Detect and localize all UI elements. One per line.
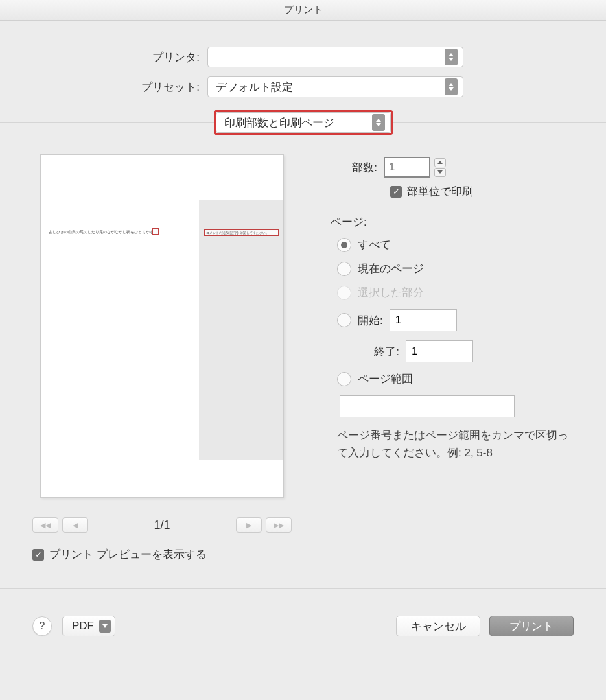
preview-comment-mark <box>152 228 159 235</box>
window-title: プリント <box>284 4 323 16</box>
first-page-button[interactable]: ◀◀ <box>32 517 58 533</box>
window-titlebar: プリント <box>0 0 606 21</box>
copies-label: 部数: <box>331 160 384 175</box>
copies-step-down[interactable] <box>434 168 446 177</box>
preset-value: デフォルト設定 <box>216 80 293 95</box>
section-select-highlight: 印刷部数と印刷ページ <box>214 110 393 135</box>
copies-input[interactable] <box>384 157 430 178</box>
footer-divider <box>0 588 606 589</box>
section-value: 印刷部数と印刷ページ <box>224 115 334 130</box>
updown-icon <box>372 114 385 131</box>
next-page-button[interactable]: ▶ <box>236 517 262 533</box>
preview-sample-text: あしびきの山鳥の尾のしだり尾のながながし夜をひとりかも <box>49 229 154 235</box>
cancel-button[interactable]: キャンセル <box>396 616 480 636</box>
preview-comment-box: コメントの追加 [誤字]: 確認してください。 <box>204 229 279 236</box>
copies-step-up[interactable] <box>434 158 446 167</box>
pages-from-input[interactable] <box>390 309 457 331</box>
pages-from-radio[interactable] <box>337 313 351 327</box>
pdf-menu-button[interactable]: PDF <box>62 616 115 636</box>
chevron-down-icon <box>99 620 111 633</box>
collate-label: 部単位で印刷 <box>407 184 473 199</box>
pages-current-radio[interactable] <box>337 262 351 276</box>
pages-range-hint: ページ番号またはページ範囲をカンマで区切って入力してください。例: 2, 5-8 <box>337 426 574 461</box>
preview-comment-line <box>157 233 204 233</box>
prev-page-button[interactable]: ◀ <box>62 517 88 533</box>
updown-icon <box>445 78 458 95</box>
help-button[interactable]: ? <box>32 616 52 636</box>
preset-select[interactable]: デフォルト設定 <box>207 76 463 97</box>
show-preview-checkbox[interactable]: ✓ <box>32 549 44 561</box>
pages-current-label: 現在のページ <box>358 261 424 276</box>
pages-selection-label: 選択した部分 <box>358 285 424 300</box>
pages-all-label: すべて <box>358 237 391 252</box>
preview-margin-area <box>199 200 283 460</box>
printer-select[interactable] <box>207 47 463 67</box>
preset-label: プリセット: <box>32 80 207 95</box>
pages-range-label: ページ範囲 <box>358 371 413 386</box>
pages-range-input[interactable] <box>340 395 515 417</box>
pages-selection-radio <box>337 286 351 300</box>
pdf-label: PDF <box>72 620 94 633</box>
last-page-button[interactable]: ▶▶ <box>266 517 292 533</box>
show-preview-label: プリント プレビューを表示する <box>49 547 207 562</box>
printer-label: プリンタ: <box>32 50 207 65</box>
print-preview-page: あしびきの山鳥の尾のしだり尾のながながし夜をひとりかも コメントの追加 [誤字]… <box>40 154 284 498</box>
page-indicator: 1/1 <box>154 519 170 532</box>
pages-label: ページ: <box>331 215 574 229</box>
print-button[interactable]: プリント <box>489 616 574 636</box>
pages-all-radio[interactable] <box>337 238 351 252</box>
updown-icon <box>445 49 458 65</box>
pages-to-label: 終了: <box>366 344 399 359</box>
pages-from-label: 開始: <box>358 313 383 328</box>
collate-checkbox[interactable]: ✓ <box>390 186 402 198</box>
section-select[interactable]: 印刷部数と印刷ページ <box>216 112 391 133</box>
pages-to-input[interactable] <box>406 340 473 362</box>
pages-range-radio[interactable] <box>337 372 351 386</box>
